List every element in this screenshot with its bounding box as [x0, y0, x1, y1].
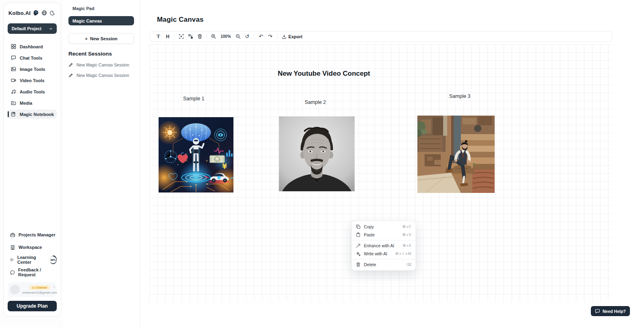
zoom-in-button[interactable]: [209, 32, 218, 41]
menu-shortcut: ⌫: [406, 263, 411, 267]
export-button[interactable]: Export: [279, 34, 305, 39]
briefcase-icon: [10, 232, 15, 238]
main-area: Magic Canvas T H 100% ↺ ↶: [140, 0, 644, 327]
user-avatar: [10, 285, 20, 294]
sample-1-label[interactable]: Sample 1: [183, 96, 204, 101]
language-globe-icon[interactable]: [41, 9, 48, 17]
zoom-out-button[interactable]: [233, 32, 243, 41]
reset-view-button[interactable]: ↺: [243, 32, 252, 41]
connector-tool-button[interactable]: [186, 32, 195, 41]
media-folder-icon: [11, 100, 16, 106]
ai-select-tool-button[interactable]: [177, 32, 186, 41]
undo-button[interactable]: ↶: [256, 32, 266, 41]
magic-wand-icon: [356, 243, 361, 248]
sidebar-item-label: Video Tools: [20, 78, 44, 83]
redo-button[interactable]: ↷: [266, 32, 275, 41]
sidebar-item-dashboard[interactable]: Dashboard: [8, 42, 57, 51]
toolbar-separator: [277, 34, 277, 39]
menu-item-label: Enhance with AI: [364, 243, 394, 248]
delete-tool-button[interactable]: [195, 32, 204, 41]
toolbar-separator: [174, 34, 175, 39]
export-label: Export: [289, 34, 303, 39]
sidebar-item-learning-center[interactable]: Learning Center 66%: [8, 255, 57, 264]
zoom-level-value[interactable]: 100%: [218, 34, 233, 39]
footer-item-label: Feedback / Request: [18, 267, 57, 277]
sample-1-image[interactable]: ¥: [159, 117, 233, 192]
sidebar-item-label: Image Tools: [20, 67, 45, 72]
session-item[interactable]: New Magic Canvas Session: [68, 73, 134, 78]
building-icon: [10, 245, 15, 250]
chevron-up-icon: ^: [53, 286, 55, 289]
sidebar-nav: Dashboard Chat Tools Image Tools Video T…: [8, 42, 57, 119]
svg-text:¥: ¥: [222, 162, 227, 170]
sample-2-label[interactable]: Sample 2: [305, 99, 326, 105]
canvas-toolbar: T H 100% ↺ ↶ ↷: [149, 31, 612, 42]
menu-item-delete[interactable]: Delete ⌫: [352, 261, 415, 269]
text-tool-glyph: T: [157, 33, 160, 39]
menu-shortcut: ⌘+E: [402, 244, 411, 248]
canvas-heading-text[interactable]: New Youtube Video Concept: [278, 70, 370, 78]
session-item-label: New Magic Canvas Session: [76, 62, 129, 67]
toolbar-separator: [206, 34, 207, 39]
sidebar-item-projects-manager[interactable]: Projects Manager: [8, 230, 57, 239]
user-account-card[interactable]: Owner zoharvan12@gmail.com ^: [8, 282, 57, 297]
heading-tool-button[interactable]: H: [163, 32, 172, 41]
sample-2-image[interactable]: [279, 116, 355, 191]
upgrade-plan-button[interactable]: Upgrade Plan: [8, 301, 57, 311]
image-icon: [11, 66, 16, 72]
sidebar-item-workspace[interactable]: Workspace: [8, 243, 57, 252]
download-icon: [282, 34, 287, 39]
sidebar-item-feedback-request[interactable]: Feedback / Request: [8, 268, 57, 277]
pencil-icon: [68, 62, 73, 67]
app-logo[interactable]: Kolbo.AI: [8, 9, 39, 17]
menu-item-label: Write with AI: [364, 251, 387, 256]
chevron-down-icon: [49, 27, 53, 31]
zoom-out-icon: [235, 34, 241, 39]
sidebar-item-magic-notebook[interactable]: Magic Notebook: [8, 110, 57, 119]
menu-shortcut: ⌘+⇧+W: [395, 252, 411, 256]
magic-pad-item[interactable]: Magic Pad: [68, 6, 134, 11]
chat-bubble-icon: [11, 55, 16, 60]
sample-3-label[interactable]: Sample 3: [449, 93, 471, 99]
footer-item-label: Learning Center: [17, 255, 45, 265]
trash-icon: [356, 262, 361, 267]
sidebar-item-audio-tools[interactable]: Audio Tools: [8, 87, 57, 96]
main-sidebar: Kolbo.AI Default Project Dashboard: [3, 2, 61, 317]
session-item-label: New Magic Canvas Session: [76, 73, 129, 78]
sample-3-image[interactable]: [417, 116, 495, 193]
sidebar-item-image-tools[interactable]: Image Tools: [8, 64, 57, 74]
upgrade-plan-label: Upgrade Plan: [17, 303, 47, 309]
project-selector-label: Default Project: [12, 26, 41, 31]
menu-item-write-with-ai[interactable]: Write with AI ⌘+⇧+W: [352, 250, 415, 258]
help-chat-icon: [595, 308, 600, 314]
menu-separator: [352, 259, 415, 259]
magic-canvas-item-active[interactable]: Magic Canvas: [68, 16, 134, 25]
heading-tool-glyph: H: [166, 34, 169, 39]
sidebar-item-media[interactable]: Media: [8, 98, 57, 108]
menu-item-enhance-with-ai[interactable]: Enhance with AI ⌘+E: [352, 242, 415, 250]
session-item[interactable]: New Magic Canvas Session: [68, 62, 134, 67]
menu-item-label: Paste: [364, 232, 375, 237]
logo-row: Kolbo.AI: [8, 9, 57, 17]
new-session-label: New Session: [90, 36, 118, 41]
sidebar-item-label: Audio Tools: [20, 89, 45, 94]
sidebar-item-chat-tools[interactable]: Chat Tools: [8, 53, 57, 62]
need-help-button[interactable]: Need Help?: [591, 306, 630, 316]
plus-icon: +: [85, 36, 87, 41]
dark-mode-moon-icon[interactable]: [49, 9, 56, 17]
music-note-icon: [11, 89, 16, 94]
sidebar-item-video-tools[interactable]: Video Tools: [8, 76, 57, 85]
dashboard-icon: [11, 44, 16, 49]
menu-item-paste[interactable]: Paste ⌘+V: [352, 231, 415, 239]
sidebar-footer-nav: Projects Manager Workspace Learning Cent…: [8, 230, 57, 277]
sparkles-icon: [356, 251, 361, 256]
new-session-button[interactable]: + New Session: [68, 33, 134, 44]
menu-item-copy[interactable]: Copy ⌘+C: [352, 223, 415, 231]
crown-icon: [32, 286, 35, 289]
project-selector-dropdown[interactable]: Default Project: [8, 23, 57, 34]
text-tool-button[interactable]: T: [154, 32, 163, 41]
sidebar-item-label: Dashboard: [20, 44, 43, 49]
play-icon: [10, 257, 14, 262]
zoom-in-icon: [211, 34, 216, 39]
magic-canvas-label: Magic Canvas: [72, 19, 102, 23]
